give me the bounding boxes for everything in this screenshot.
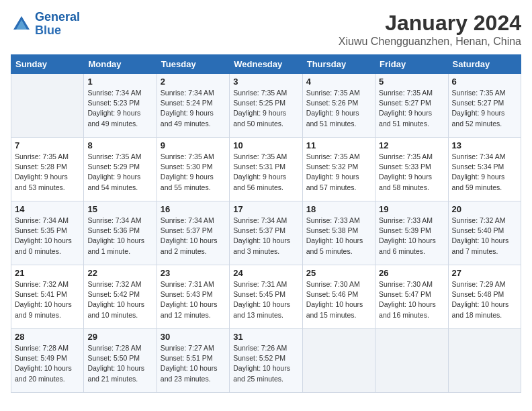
day-number: 16 bbox=[161, 204, 226, 214]
page-header: General Blue January 2024 Xiuwu Chenggua… bbox=[11, 11, 521, 48]
calendar-cell: 28Sunrise: 7:28 AMSunset: 5:49 PMDayligh… bbox=[11, 329, 84, 393]
day-info: Sunrise: 7:35 AMSunset: 5:33 PMDaylight:… bbox=[379, 152, 444, 193]
day-info: Sunrise: 7:34 AMSunset: 5:34 PMDaylight:… bbox=[452, 152, 517, 193]
day-info: Sunrise: 7:26 AMSunset: 5:52 PMDaylight:… bbox=[233, 343, 298, 384]
week-row-1: 1Sunrise: 7:34 AMSunset: 5:23 PMDaylight… bbox=[11, 74, 521, 138]
day-info: Sunrise: 7:34 AMSunset: 5:37 PMDaylight:… bbox=[233, 216, 298, 257]
day-number: 12 bbox=[379, 140, 444, 150]
week-row-3: 14Sunrise: 7:34 AMSunset: 5:35 PMDayligh… bbox=[11, 201, 521, 265]
day-number: 13 bbox=[452, 140, 517, 150]
day-number: 20 bbox=[452, 204, 517, 214]
logo-blue: Blue bbox=[35, 24, 61, 37]
calendar-cell: 17Sunrise: 7:34 AMSunset: 5:37 PMDayligh… bbox=[230, 201, 302, 265]
logo-icon bbox=[11, 13, 32, 35]
calendar-cell bbox=[375, 329, 448, 393]
logo-general: General bbox=[35, 10, 80, 24]
calendar-cell: 18Sunrise: 7:33 AMSunset: 5:38 PMDayligh… bbox=[302, 201, 375, 265]
calendar-cell: 16Sunrise: 7:34 AMSunset: 5:37 PMDayligh… bbox=[157, 201, 229, 265]
day-info: Sunrise: 7:35 AMSunset: 5:29 PMDaylight:… bbox=[87, 152, 152, 193]
day-info: Sunrise: 7:27 AMSunset: 5:51 PMDaylight:… bbox=[161, 343, 226, 384]
day-number: 14 bbox=[15, 204, 80, 214]
calendar-cell bbox=[11, 74, 84, 138]
day-info: Sunrise: 7:33 AMSunset: 5:39 PMDaylight:… bbox=[379, 216, 444, 257]
day-number: 8 bbox=[87, 140, 152, 150]
day-info: Sunrise: 7:35 AMSunset: 5:31 PMDaylight:… bbox=[233, 152, 298, 193]
day-info: Sunrise: 7:32 AMSunset: 5:42 PMDaylight:… bbox=[87, 279, 152, 320]
day-info: Sunrise: 7:34 AMSunset: 5:23 PMDaylight:… bbox=[87, 88, 152, 129]
day-number: 19 bbox=[379, 204, 444, 214]
calendar-cell: 12Sunrise: 7:35 AMSunset: 5:33 PMDayligh… bbox=[375, 138, 448, 201]
week-row-2: 7Sunrise: 7:35 AMSunset: 5:28 PMDaylight… bbox=[11, 138, 521, 201]
day-number: 15 bbox=[87, 204, 152, 214]
day-number: 25 bbox=[306, 268, 371, 278]
day-info: Sunrise: 7:35 AMSunset: 5:26 PMDaylight:… bbox=[306, 88, 371, 129]
day-number: 21 bbox=[15, 268, 80, 278]
day-info: Sunrise: 7:34 AMSunset: 5:24 PMDaylight:… bbox=[161, 88, 226, 129]
day-number: 28 bbox=[15, 332, 80, 342]
calendar-cell: 6Sunrise: 7:35 AMSunset: 5:27 PMDaylight… bbox=[448, 74, 521, 138]
week-row-5: 28Sunrise: 7:28 AMSunset: 5:49 PMDayligh… bbox=[11, 329, 521, 393]
day-info: Sunrise: 7:35 AMSunset: 5:25 PMDaylight:… bbox=[233, 88, 298, 129]
day-info: Sunrise: 7:29 AMSunset: 5:48 PMDaylight:… bbox=[452, 279, 517, 320]
calendar-cell: 20Sunrise: 7:32 AMSunset: 5:40 PMDayligh… bbox=[448, 201, 521, 265]
day-info: Sunrise: 7:30 AMSunset: 5:46 PMDaylight:… bbox=[306, 279, 371, 320]
day-number: 22 bbox=[87, 268, 152, 278]
col-header-thursday: Thursday bbox=[302, 55, 375, 74]
logo: General Blue bbox=[11, 11, 80, 38]
calendar-cell: 23Sunrise: 7:31 AMSunset: 5:43 PMDayligh… bbox=[157, 265, 229, 329]
calendar-cell: 26Sunrise: 7:30 AMSunset: 5:47 PMDayligh… bbox=[375, 265, 448, 329]
calendar-cell: 30Sunrise: 7:27 AMSunset: 5:51 PMDayligh… bbox=[157, 329, 229, 393]
day-info: Sunrise: 7:35 AMSunset: 5:27 PMDaylight:… bbox=[379, 88, 444, 129]
day-number: 18 bbox=[306, 204, 371, 214]
logo-text: General Blue bbox=[35, 11, 80, 38]
calendar-cell: 22Sunrise: 7:32 AMSunset: 5:42 PMDayligh… bbox=[84, 265, 157, 329]
day-number: 5 bbox=[379, 77, 444, 87]
day-number: 9 bbox=[161, 140, 226, 150]
day-info: Sunrise: 7:28 AMSunset: 5:49 PMDaylight:… bbox=[15, 343, 80, 384]
calendar-cell: 7Sunrise: 7:35 AMSunset: 5:28 PMDaylight… bbox=[11, 138, 84, 201]
day-number: 17 bbox=[233, 204, 298, 214]
day-info: Sunrise: 7:32 AMSunset: 5:40 PMDaylight:… bbox=[452, 216, 517, 257]
calendar-cell: 11Sunrise: 7:35 AMSunset: 5:32 PMDayligh… bbox=[302, 138, 375, 201]
day-info: Sunrise: 7:35 AMSunset: 5:27 PMDaylight:… bbox=[452, 88, 517, 129]
calendar-cell bbox=[448, 329, 521, 393]
day-number: 31 bbox=[233, 332, 298, 342]
calendar-cell: 29Sunrise: 7:28 AMSunset: 5:50 PMDayligh… bbox=[84, 329, 157, 393]
calendar-cell: 10Sunrise: 7:35 AMSunset: 5:31 PMDayligh… bbox=[230, 138, 302, 201]
col-header-tuesday: Tuesday bbox=[157, 55, 229, 74]
day-number: 3 bbox=[233, 77, 298, 87]
day-number: 1 bbox=[87, 77, 152, 87]
calendar-cell: 14Sunrise: 7:34 AMSunset: 5:35 PMDayligh… bbox=[11, 201, 84, 265]
day-number: 30 bbox=[161, 332, 226, 342]
week-row-4: 21Sunrise: 7:32 AMSunset: 5:41 PMDayligh… bbox=[11, 265, 521, 329]
day-info: Sunrise: 7:30 AMSunset: 5:47 PMDaylight:… bbox=[379, 279, 444, 320]
day-number: 29 bbox=[87, 332, 152, 342]
calendar-cell: 15Sunrise: 7:34 AMSunset: 5:36 PMDayligh… bbox=[84, 201, 157, 265]
day-number: 23 bbox=[161, 268, 226, 278]
col-header-monday: Monday bbox=[84, 55, 157, 74]
col-header-saturday: Saturday bbox=[448, 55, 521, 74]
month-title: January 2024 bbox=[339, 11, 521, 36]
day-number: 2 bbox=[161, 77, 226, 87]
calendar-table: SundayMondayTuesdayWednesdayThursdayFrid… bbox=[11, 54, 521, 393]
calendar-cell: 5Sunrise: 7:35 AMSunset: 5:27 PMDaylight… bbox=[375, 74, 448, 138]
calendar-cell: 4Sunrise: 7:35 AMSunset: 5:26 PMDaylight… bbox=[302, 74, 375, 138]
day-number: 27 bbox=[452, 268, 517, 278]
day-number: 10 bbox=[233, 140, 298, 150]
col-header-sunday: Sunday bbox=[11, 55, 84, 74]
calendar-cell: 2Sunrise: 7:34 AMSunset: 5:24 PMDaylight… bbox=[157, 74, 229, 138]
day-info: Sunrise: 7:31 AMSunset: 5:43 PMDaylight:… bbox=[161, 279, 226, 320]
calendar-cell bbox=[302, 329, 375, 393]
day-info: Sunrise: 7:34 AMSunset: 5:37 PMDaylight:… bbox=[161, 216, 226, 257]
day-info: Sunrise: 7:35 AMSunset: 5:30 PMDaylight:… bbox=[161, 152, 226, 193]
day-number: 11 bbox=[306, 140, 371, 150]
calendar-cell: 19Sunrise: 7:33 AMSunset: 5:39 PMDayligh… bbox=[375, 201, 448, 265]
day-info: Sunrise: 7:35 AMSunset: 5:32 PMDaylight:… bbox=[306, 152, 371, 193]
day-number: 24 bbox=[233, 268, 298, 278]
col-header-wednesday: Wednesday bbox=[230, 55, 302, 74]
day-info: Sunrise: 7:34 AMSunset: 5:35 PMDaylight:… bbox=[15, 216, 80, 257]
day-info: Sunrise: 7:32 AMSunset: 5:41 PMDaylight:… bbox=[15, 279, 80, 320]
calendar-cell: 13Sunrise: 7:34 AMSunset: 5:34 PMDayligh… bbox=[448, 138, 521, 201]
day-number: 7 bbox=[15, 140, 80, 150]
calendar-cell: 31Sunrise: 7:26 AMSunset: 5:52 PMDayligh… bbox=[230, 329, 302, 393]
